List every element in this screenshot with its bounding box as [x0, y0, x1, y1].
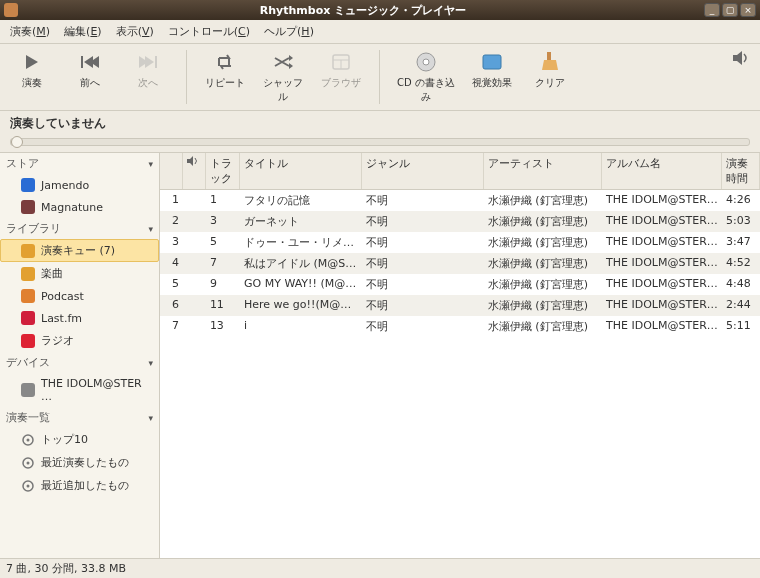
cell-title: i	[240, 316, 362, 337]
sidebar-category-label: 演奏一覧	[6, 410, 50, 425]
svg-marker-0	[26, 55, 38, 69]
cell-play	[183, 232, 206, 253]
close-button[interactable]: ×	[740, 3, 756, 17]
cell-title: ドゥー・ユー・リメンバー・ミー	[240, 232, 362, 253]
sidebar-item[interactable]: 最近演奏したもの	[0, 451, 159, 474]
cell-artist: 水瀬伊織 (釘宮理恵)	[484, 253, 602, 274]
sidebar-item[interactable]: Jamendo	[0, 174, 159, 196]
next-button: 次へ	[124, 48, 172, 92]
visual-button[interactable]: 視覚効果	[468, 48, 516, 92]
cell-play	[183, 316, 206, 337]
cell-play	[183, 295, 206, 316]
cell-duration: 5:03	[722, 211, 760, 232]
sidebar-item[interactable]: THE IDOLM@STER …	[0, 373, 159, 407]
sidebar-item-label: 楽曲	[41, 266, 63, 281]
sidebar-category[interactable]: デバイス▾	[0, 352, 159, 373]
sidebar-item[interactable]: Magnatune	[0, 196, 159, 218]
sidebar: ストア▾JamendoMagnatuneライブラリ▾演奏キュー (7)楽曲Pod…	[0, 153, 160, 558]
menu-control[interactable]: コントロール(C)	[162, 22, 256, 41]
cell-track: 7	[206, 253, 240, 274]
sidebar-category[interactable]: ストア▾	[0, 153, 159, 174]
cell-genre: 不明	[362, 253, 484, 274]
burn-button[interactable]: CD の書き込み	[394, 48, 458, 106]
cell-album: THE IDOLM@STER MASTER ART…	[602, 316, 722, 337]
sidebar-item[interactable]: Last.fm	[0, 307, 159, 329]
maximize-button[interactable]: ▢	[722, 3, 738, 17]
table-row[interactable]: 59GO MY WAY!! (M@STER VERSI…不明水瀬伊織 (釘宮理恵…	[160, 274, 760, 295]
table-row[interactable]: 47私はアイドル (M@STER VERSION)不明水瀬伊織 (釘宮理恵)TH…	[160, 253, 760, 274]
table-row[interactable]: 23ガーネット不明水瀬伊織 (釘宮理恵)THE IDOLM@STER MASTE…	[160, 211, 760, 232]
prev-icon	[78, 50, 102, 74]
source-icon	[21, 311, 35, 325]
col-play-indicator[interactable]	[183, 153, 206, 189]
browse-button: ブラウザ	[317, 48, 365, 92]
cell-track: 5	[206, 232, 240, 253]
table-header: トラック タイトル ジャンル アーティスト アルバム名 演奏時間	[160, 153, 760, 190]
cell-track: 3	[206, 211, 240, 232]
col-title[interactable]: タイトル	[240, 153, 362, 189]
col-track[interactable]: トラック	[206, 153, 240, 189]
sidebar-category[interactable]: ライブラリ▾	[0, 218, 159, 239]
cell-number: 7	[160, 316, 183, 337]
cell-duration: 2:44	[722, 295, 760, 316]
chevron-down-icon: ▾	[148, 358, 153, 368]
sidebar-item[interactable]: ラジオ	[0, 329, 159, 352]
menu-music[interactable]: 演奏(M)	[4, 22, 56, 41]
sidebar-category[interactable]: 演奏一覧▾	[0, 407, 159, 428]
col-number[interactable]	[160, 153, 183, 189]
cell-album: THE IDOLM@STER MASTER ART…	[602, 295, 722, 316]
table-row[interactable]: 611Here we go!!(M@STER VERSION)不明水瀬伊織 (釘…	[160, 295, 760, 316]
cell-play	[183, 211, 206, 232]
sidebar-item-label: Podcast	[41, 290, 84, 303]
cell-genre: 不明	[362, 274, 484, 295]
cell-duration: 5:11	[722, 316, 760, 337]
cell-number: 5	[160, 274, 183, 295]
volume-button[interactable]	[732, 48, 752, 68]
menu-help[interactable]: ヘルプ(H)	[258, 22, 320, 41]
sidebar-item[interactable]: Podcast	[0, 285, 159, 307]
table-row[interactable]: 35ドゥー・ユー・リメンバー・ミー不明水瀬伊織 (釘宮理恵)THE IDOLM@…	[160, 232, 760, 253]
progress-row	[0, 136, 760, 152]
cell-artist: 水瀬伊織 (釘宮理恵)	[484, 232, 602, 253]
cell-duration: 4:52	[722, 253, 760, 274]
col-artist[interactable]: アーティスト	[484, 153, 602, 189]
cell-album: THE IDOLM@STER MASTER ART…	[602, 190, 722, 211]
source-icon	[21, 383, 35, 397]
source-icon	[21, 334, 35, 348]
svg-marker-7	[289, 55, 293, 61]
table-row[interactable]: 11フタリの記憶不明水瀬伊織 (釘宮理恵)THE IDOLM@STER MAST…	[160, 190, 760, 211]
sidebar-item-label: Last.fm	[41, 312, 82, 325]
menu-view[interactable]: 表示(V)	[110, 22, 160, 41]
cell-album: THE IDOLM@STER MASTER ART…	[602, 232, 722, 253]
visual-icon	[480, 50, 504, 74]
toolbar-separator	[379, 50, 380, 104]
source-icon	[21, 178, 35, 192]
progress-thumb[interactable]	[11, 136, 23, 148]
cell-duration: 4:26	[722, 190, 760, 211]
cell-track: 1	[206, 190, 240, 211]
cell-track: 13	[206, 316, 240, 337]
sidebar-item-label: Magnatune	[41, 201, 103, 214]
table-row[interactable]: 713i不明水瀬伊織 (釘宮理恵)THE IDOLM@STER MASTER A…	[160, 316, 760, 337]
col-album[interactable]: アルバム名	[602, 153, 722, 189]
shuffle-icon	[271, 50, 295, 74]
sidebar-item-label: 最近演奏したもの	[41, 455, 129, 470]
svg-marker-8	[289, 63, 293, 69]
repeat-button[interactable]: リピート	[201, 48, 249, 92]
sidebar-item[interactable]: 楽曲	[0, 262, 159, 285]
menu-edit[interactable]: 編集(E)	[58, 22, 108, 41]
cell-genre: 不明	[362, 211, 484, 232]
prev-button[interactable]: 前へ	[66, 48, 114, 92]
cell-track: 11	[206, 295, 240, 316]
sidebar-item[interactable]: トップ10	[0, 428, 159, 451]
clear-button[interactable]: クリア	[526, 48, 574, 92]
col-genre[interactable]: ジャンル	[362, 153, 484, 189]
sidebar-item[interactable]: 最近追加したもの	[0, 474, 159, 497]
play-button[interactable]: 演奏	[8, 48, 56, 92]
shuffle-button[interactable]: シャッフル	[259, 48, 307, 106]
progress-slider[interactable]	[10, 138, 750, 146]
sidebar-item[interactable]: 演奏キュー (7)	[0, 239, 159, 262]
minimize-button[interactable]: _	[704, 3, 720, 17]
source-icon	[21, 200, 35, 214]
col-duration[interactable]: 演奏時間	[722, 153, 760, 189]
